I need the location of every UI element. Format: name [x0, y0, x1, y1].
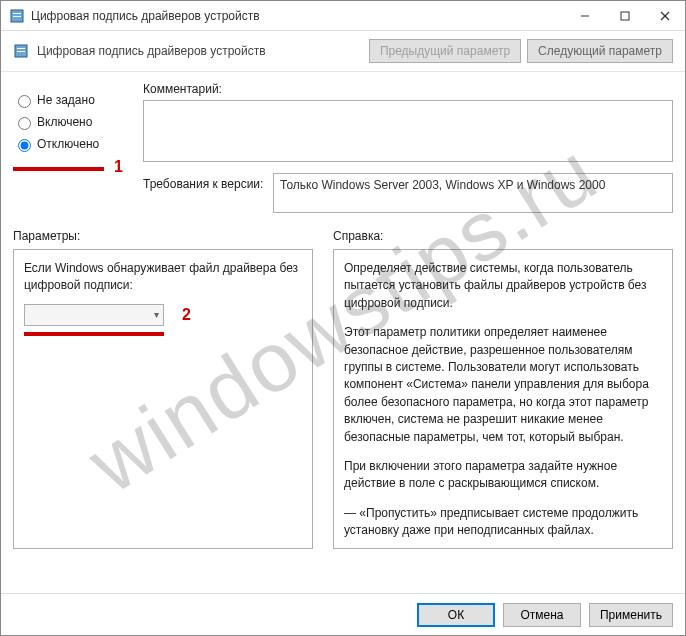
prev-setting-button[interactable]: Предыдущий параметр: [369, 39, 521, 63]
help-label: Справка:: [333, 229, 673, 243]
chevron-down-icon: ▾: [154, 309, 159, 320]
svg-rect-2: [13, 16, 21, 17]
help-paragraph: — «Пропустить» предписывает системе прод…: [344, 505, 654, 540]
close-button[interactable]: [645, 1, 685, 31]
radio-label: Включено: [37, 115, 92, 129]
radio-enabled-input[interactable]: [18, 117, 31, 130]
svg-rect-8: [17, 48, 25, 49]
radio-not-configured[interactable]: Не задано: [13, 92, 123, 108]
parameters-box: Если Windows обнаруживает файл драйвера …: [13, 249, 313, 549]
comment-label: Комментарий:: [143, 82, 673, 96]
help-box[interactable]: Определяет действие системы, когда польз…: [333, 249, 673, 549]
maximize-button[interactable]: [605, 1, 645, 31]
parameters-label: Параметры:: [13, 229, 313, 243]
annotation-underline: [13, 167, 104, 171]
ok-button[interactable]: ОК: [417, 603, 495, 627]
state-radio-group: Не задано Включено Отключено 1: [13, 82, 123, 213]
annotation-underline: [24, 332, 164, 336]
annotation-marker-2: 2: [182, 306, 191, 324]
radio-label: Отключено: [37, 137, 99, 151]
requirements-box: Только Windows Server 2003, Windows XP и…: [273, 173, 673, 213]
radio-disabled-input[interactable]: [18, 139, 31, 152]
help-paragraph: При включении этого параметра задайте ну…: [344, 458, 654, 493]
svg-rect-4: [621, 12, 629, 20]
parameters-text: Если Windows обнаруживает файл драйвера …: [24, 260, 302, 294]
cancel-button[interactable]: Отмена: [503, 603, 581, 627]
window-title: Цифровая подпись драйверов устройств: [31, 9, 565, 23]
radio-not-configured-input[interactable]: [18, 95, 31, 108]
driver-action-combo[interactable]: ▾: [24, 304, 164, 326]
help-paragraph: Этот параметр политики определяет наимен…: [344, 324, 654, 446]
next-setting-button[interactable]: Следующий параметр: [527, 39, 673, 63]
comment-textarea[interactable]: [143, 100, 673, 162]
content: Не задано Включено Отключено 1 Комментар…: [1, 72, 685, 549]
svg-rect-9: [17, 51, 25, 52]
radio-enabled[interactable]: Включено: [13, 114, 123, 130]
header-title: Цифровая подпись драйверов устройств: [37, 44, 363, 58]
help-paragraph: Определяет действие системы, когда польз…: [344, 260, 654, 312]
titlebar: Цифровая подпись драйверов устройств: [1, 1, 685, 31]
radio-label: Не задано: [37, 93, 95, 107]
header: Цифровая подпись драйверов устройств Пре…: [1, 31, 685, 72]
apply-button[interactable]: Применить: [589, 603, 673, 627]
minimize-button[interactable]: [565, 1, 605, 31]
footer: ОК Отмена Применить: [1, 593, 685, 635]
annotation-marker-1: 1: [114, 158, 123, 176]
policy-icon: [9, 8, 25, 24]
radio-disabled[interactable]: Отключено: [13, 136, 123, 152]
requirements-label: Требования к версии:: [143, 173, 273, 191]
svg-rect-1: [13, 13, 21, 14]
policy-icon: [13, 43, 29, 59]
